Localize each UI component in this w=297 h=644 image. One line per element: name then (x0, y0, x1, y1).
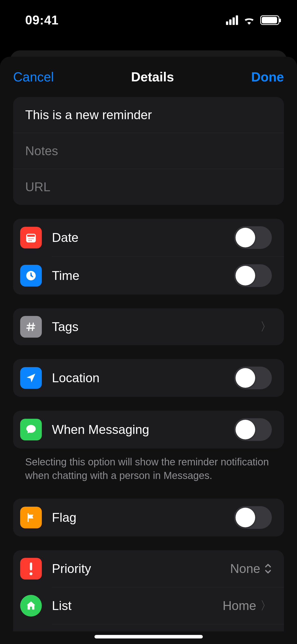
wifi-icon (243, 14, 255, 26)
list-row[interactable]: List Home 〉 (13, 587, 284, 624)
priority-label: Priority (52, 561, 230, 576)
chevron-right-icon: 〉 (260, 598, 272, 614)
list-label: List (52, 598, 223, 613)
messaging-group: When Messaging (13, 411, 284, 448)
title-input[interactable] (25, 108, 272, 122)
page-title: Details (131, 69, 174, 84)
cancel-button[interactable]: Cancel (13, 69, 54, 84)
status-time: 09:41 (25, 13, 59, 27)
battery-icon (260, 15, 279, 25)
messaging-toggle[interactable] (234, 418, 272, 441)
home-indicator[interactable] (94, 635, 203, 638)
text-fields-group (13, 97, 284, 205)
svg-point-10 (29, 572, 32, 575)
date-time-group: Date Time (13, 219, 284, 295)
date-toggle[interactable] (234, 226, 272, 249)
cellular-signal-icon (226, 15, 238, 25)
notes-cell[interactable] (13, 133, 284, 169)
location-arrow-icon (20, 367, 42, 389)
url-cell[interactable] (13, 169, 284, 205)
hash-icon (20, 316, 42, 338)
location-toggle[interactable] (234, 367, 272, 389)
location-row[interactable]: Location (13, 359, 284, 397)
tags-group: Tags 〉 (13, 308, 284, 345)
calendar-icon (20, 227, 42, 248)
flag-toggle[interactable] (234, 506, 272, 529)
section-row[interactable]: Section None 〉 (13, 624, 284, 631)
updown-icon (264, 563, 272, 574)
location-group: Location (13, 359, 284, 397)
title-cell[interactable] (13, 97, 284, 133)
status-icons (226, 14, 279, 26)
time-label: Time (52, 268, 234, 283)
tags-label: Tags (52, 319, 260, 334)
svg-rect-9 (30, 562, 32, 570)
exclamation-icon (20, 558, 42, 579)
time-row[interactable]: Time (13, 257, 284, 295)
time-toggle[interactable] (234, 264, 272, 287)
date-label: Date (52, 230, 234, 245)
content-scroll[interactable]: Date Time Tags 〉 (0, 97, 297, 631)
location-label: Location (52, 371, 234, 385)
priority-row[interactable]: Priority None (13, 550, 284, 587)
svg-point-5 (32, 238, 34, 239)
flag-row[interactable]: Flag (13, 499, 284, 536)
chevron-right-icon: 〉 (260, 319, 272, 335)
notes-input[interactable] (25, 144, 272, 158)
flag-group: Flag (13, 499, 284, 536)
clock-icon (20, 265, 42, 286)
flag-label: Flag (52, 510, 234, 525)
priority-list-group: Priority None List Home 〉 Secti (13, 550, 284, 631)
house-icon (20, 595, 42, 617)
message-bubble-icon (20, 419, 42, 440)
messaging-footer: Selecting this option will show the remi… (13, 450, 284, 482)
details-sheet: Cancel Details Done Date (0, 57, 297, 644)
priority-value: None (230, 561, 260, 576)
flag-icon (20, 507, 42, 528)
svg-point-7 (30, 240, 31, 241)
messaging-row[interactable]: When Messaging (13, 411, 284, 448)
status-bar: 09:41 (0, 0, 297, 40)
messaging-label: When Messaging (52, 422, 234, 437)
tags-row[interactable]: Tags 〉 (13, 308, 284, 345)
svg-point-6 (28, 240, 29, 241)
svg-point-3 (28, 238, 29, 239)
date-row[interactable]: Date (13, 219, 284, 256)
svg-point-4 (30, 238, 31, 239)
url-input[interactable] (25, 180, 272, 194)
list-value: Home (223, 598, 256, 613)
navigation-bar: Cancel Details Done (0, 69, 297, 97)
done-button[interactable]: Done (251, 69, 284, 84)
